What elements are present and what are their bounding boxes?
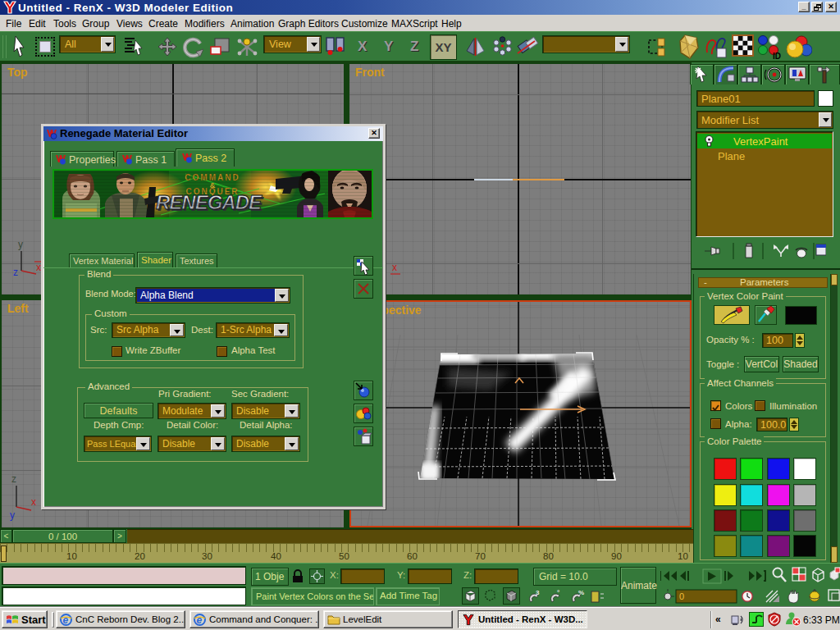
svg-text:e: e bbox=[63, 614, 69, 626]
svg-text:x: x bbox=[392, 262, 397, 273]
svg-text:e: e bbox=[197, 614, 203, 626]
svg-text:°: ° bbox=[557, 589, 559, 596]
svg-text:y: y bbox=[18, 239, 23, 250]
svg-text:0: 0 bbox=[679, 591, 684, 601]
svg-text:3: 3 bbox=[536, 589, 540, 596]
svg-text:x: x bbox=[31, 496, 36, 508]
svg-text:ID: ID bbox=[773, 52, 781, 60]
svg-text:z: z bbox=[11, 473, 16, 485]
svg-text:y: y bbox=[10, 509, 15, 521]
svg-text:%: % bbox=[578, 589, 584, 596]
svg-text:z: z bbox=[13, 267, 18, 278]
